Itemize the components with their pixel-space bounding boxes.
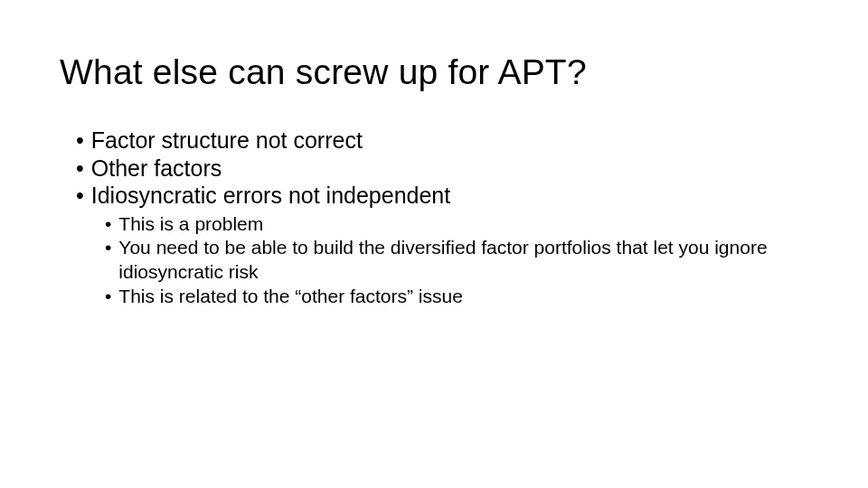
sub-bullet-text: You need to be able to build the diversi… bbox=[118, 236, 788, 285]
bullet-list: • Factor structure not correct • Other f… bbox=[60, 127, 808, 210]
bullet-item: • Factor structure not correct bbox=[76, 127, 808, 155]
sub-bullet-list: • This is a problem • You need to be abl… bbox=[60, 212, 808, 310]
bullet-dot-icon: • bbox=[105, 285, 111, 309]
bullet-item: • Other factors bbox=[76, 155, 808, 183]
sub-bullet-item: • This is related to the “other factors”… bbox=[105, 285, 808, 309]
sub-bullet-item: • This is a problem bbox=[105, 212, 808, 237]
bullet-item: • Idiosyncratic errors not independent bbox=[76, 182, 808, 210]
bullet-dot-icon: • bbox=[76, 155, 84, 183]
sub-bullet-text: This is related to the “other factors” i… bbox=[118, 285, 463, 309]
bullet-dot-icon: • bbox=[105, 212, 111, 237]
sub-bullet-text: This is a problem bbox=[118, 212, 263, 237]
bullet-dot-icon: • bbox=[76, 127, 84, 155]
slide: What else can screw up for APT? • Factor… bbox=[0, 0, 868, 488]
slide-title: What else can screw up for APT? bbox=[60, 52, 808, 92]
bullet-dot-icon: • bbox=[76, 182, 84, 210]
sub-bullet-item: • You need to be able to build the diver… bbox=[105, 236, 808, 285]
bullet-text: Factor structure not correct bbox=[91, 127, 363, 155]
bullet-dot-icon: • bbox=[105, 236, 111, 260]
bullet-text: Other factors bbox=[91, 155, 222, 183]
bullet-text: Idiosyncratic errors not independent bbox=[91, 182, 450, 210]
